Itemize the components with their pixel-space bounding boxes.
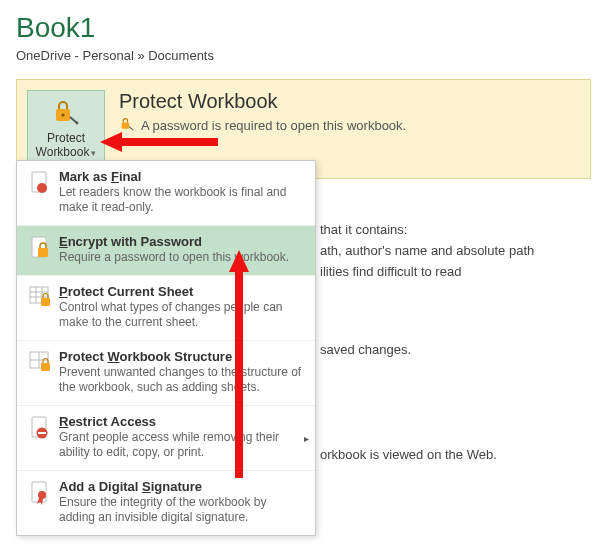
menu-item-mark-as-final[interactable]: Mark as Final Let readers know the workb… [17, 161, 315, 226]
protect-button-label-2: Workbook [36, 145, 90, 159]
svg-point-5 [37, 183, 47, 193]
menu-desc: Prevent unwanted changes to the structur… [59, 365, 305, 395]
tile-title: Protect Workbook [119, 90, 406, 113]
document-lock-icon [27, 234, 53, 260]
background-text: that it contains: ath, author's name and… [320, 200, 534, 466]
menu-item-restrict-access[interactable]: Restrict Access Grant people access whil… [17, 406, 315, 471]
menu-title: Restrict Access [59, 414, 305, 429]
sheet-lock-icon [27, 284, 53, 308]
protect-workbook-menu: Mark as Final Let readers know the workb… [16, 160, 316, 536]
menu-desc: Control what types of changes people can… [59, 300, 305, 330]
menu-desc: Require a password to open this workbook… [59, 250, 305, 265]
menu-item-protect-current-sheet[interactable]: Protect Current Sheet Control what types… [17, 276, 315, 341]
svg-point-1 [61, 114, 64, 117]
menu-item-add-digital-signature[interactable]: Add a Digital Signature Ensure the integ… [17, 471, 315, 535]
svg-rect-3 [122, 122, 130, 128]
protect-workbook-button[interactable]: Protect Workbook▾ [27, 90, 105, 168]
lock-key-icon [119, 117, 135, 134]
lock-key-icon [52, 99, 80, 128]
menu-title: Mark as Final [59, 169, 305, 184]
menu-title: Add a Digital Signature [59, 479, 305, 494]
svg-rect-17 [41, 363, 50, 371]
menu-title: Encrypt with Password [59, 234, 305, 249]
document-seal-icon [27, 169, 53, 195]
svg-point-2 [76, 122, 79, 125]
grid-lock-icon [27, 349, 53, 373]
svg-rect-20 [38, 432, 46, 434]
menu-desc: Grant people access while removing their… [59, 430, 305, 460]
menu-desc: Let readers know the workbook is final a… [59, 185, 305, 215]
tile-subtitle: A password is required to open this work… [141, 118, 406, 133]
svg-rect-7 [38, 248, 48, 257]
menu-title: Protect Workbook Structure [59, 349, 305, 364]
menu-desc: Ensure the integrity of the workbook by … [59, 495, 305, 525]
svg-rect-13 [41, 298, 50, 306]
protect-button-label-1: Protect [47, 131, 85, 145]
no-entry-icon [27, 414, 53, 440]
breadcrumb[interactable]: OneDrive - Personal » Documents [16, 48, 591, 63]
menu-title: Protect Current Sheet [59, 284, 305, 299]
menu-item-protect-workbook-structure[interactable]: Protect Workbook Structure Prevent unwan… [17, 341, 315, 406]
workbook-title: Book1 [16, 12, 591, 44]
chevron-down-icon: ▾ [91, 148, 96, 158]
menu-item-encrypt-with-password[interactable]: Encrypt with Password Require a password… [17, 226, 315, 276]
svg-point-22 [38, 491, 46, 499]
chevron-right-icon: ▸ [304, 433, 309, 444]
ribbon-icon [27, 479, 53, 505]
